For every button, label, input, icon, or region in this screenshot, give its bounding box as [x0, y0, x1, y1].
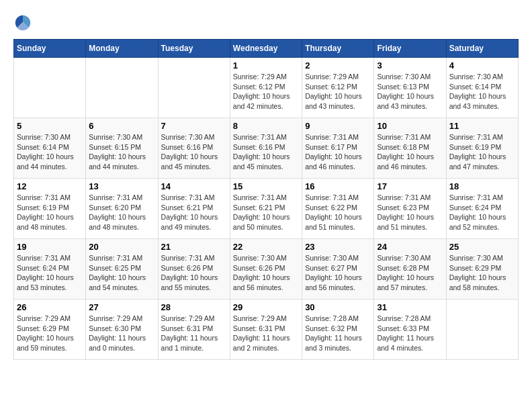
calendar-cell: 24Sunrise: 7:30 AM Sunset: 6:28 PM Dayli… [374, 239, 446, 300]
day-number: 13 [89, 181, 154, 191]
day-info: Sunrise: 7:31 AM Sunset: 6:24 PM Dayligh… [17, 253, 83, 293]
calendar-cell: 1Sunrise: 7:29 AM Sunset: 6:12 PM Daylig… [230, 58, 302, 118]
day-info: Sunrise: 7:31 AM Sunset: 6:16 PM Dayligh… [233, 132, 299, 172]
day-info: Sunrise: 7:31 AM Sunset: 6:17 PM Dayligh… [305, 132, 371, 172]
day-info: Sunrise: 7:31 AM Sunset: 6:21 PM Dayligh… [233, 193, 299, 232]
calendar-cell [14, 58, 86, 118]
calendar-cell: 9Sunrise: 7:31 AM Sunset: 6:17 PM Daylig… [302, 118, 374, 179]
calendar-cell: 19Sunrise: 7:31 AM Sunset: 6:24 PM Dayli… [14, 239, 86, 300]
day-info: Sunrise: 7:28 AM Sunset: 6:33 PM Dayligh… [377, 314, 443, 353]
day-number: 23 [305, 242, 371, 252]
day-number: 12 [17, 181, 83, 191]
calendar-cell: 2Sunrise: 7:29 AM Sunset: 6:12 PM Daylig… [302, 58, 374, 118]
day-info: Sunrise: 7:29 AM Sunset: 6:12 PM Dayligh… [305, 72, 371, 111]
week-row-5: 26Sunrise: 7:29 AM Sunset: 6:29 PM Dayli… [14, 300, 519, 360]
calendar-cell: 18Sunrise: 7:31 AM Sunset: 6:24 PM Dayli… [446, 179, 518, 239]
day-number: 8 [233, 121, 299, 131]
calendar-cell: 14Sunrise: 7:31 AM Sunset: 6:21 PM Dayli… [158, 179, 230, 239]
calendar-cell [86, 58, 158, 118]
calendar-cell: 15Sunrise: 7:31 AM Sunset: 6:21 PM Dayli… [230, 179, 302, 239]
calendar-header: SundayMondayTuesdayWednesdayThursdayFrid… [14, 40, 519, 58]
weekday-header-row: SundayMondayTuesdayWednesdayThursdayFrid… [14, 40, 519, 58]
day-info: Sunrise: 7:31 AM Sunset: 6:24 PM Dayligh… [449, 193, 515, 232]
week-row-1: 1Sunrise: 7:29 AM Sunset: 6:12 PM Daylig… [14, 58, 519, 118]
calendar-cell: 12Sunrise: 7:31 AM Sunset: 6:19 PM Dayli… [14, 179, 86, 239]
day-info: Sunrise: 7:30 AM Sunset: 6:29 PM Dayligh… [449, 253, 515, 293]
calendar-cell: 13Sunrise: 7:31 AM Sunset: 6:20 PM Dayli… [86, 179, 158, 239]
weekday-header-wednesday: Wednesday [230, 40, 302, 58]
day-info: Sunrise: 7:31 AM Sunset: 6:22 PM Dayligh… [305, 193, 371, 232]
calendar-cell: 3Sunrise: 7:30 AM Sunset: 6:13 PM Daylig… [374, 58, 446, 118]
day-info: Sunrise: 7:30 AM Sunset: 6:27 PM Dayligh… [305, 253, 371, 293]
logo [13, 13, 35, 32]
day-number: 14 [161, 181, 227, 191]
calendar-body: 1Sunrise: 7:29 AM Sunset: 6:12 PM Daylig… [14, 58, 519, 360]
day-number: 11 [449, 121, 515, 131]
day-info: Sunrise: 7:31 AM Sunset: 6:18 PM Dayligh… [377, 132, 443, 172]
day-number: 18 [449, 181, 515, 191]
calendar-cell: 6Sunrise: 7:30 AM Sunset: 6:15 PM Daylig… [86, 118, 158, 179]
weekday-header-friday: Friday [374, 40, 446, 58]
calendar-cell: 22Sunrise: 7:30 AM Sunset: 6:26 PM Dayli… [230, 239, 302, 300]
calendar-cell: 28Sunrise: 7:29 AM Sunset: 6:31 PM Dayli… [158, 300, 230, 360]
day-number: 22 [233, 242, 299, 252]
day-number: 2 [305, 60, 371, 71]
weekday-header-monday: Monday [86, 40, 158, 58]
day-info: Sunrise: 7:29 AM Sunset: 6:31 PM Dayligh… [233, 314, 299, 353]
calendar-cell: 25Sunrise: 7:30 AM Sunset: 6:29 PM Dayli… [446, 239, 518, 300]
calendar-cell: 23Sunrise: 7:30 AM Sunset: 6:27 PM Dayli… [302, 239, 374, 300]
day-number: 15 [233, 181, 299, 191]
calendar-table: SundayMondayTuesdayWednesdayThursdayFrid… [13, 39, 519, 360]
calendar-cell [446, 300, 518, 360]
day-info: Sunrise: 7:31 AM Sunset: 6:19 PM Dayligh… [449, 132, 515, 172]
day-number: 17 [377, 181, 443, 191]
week-row-3: 12Sunrise: 7:31 AM Sunset: 6:19 PM Dayli… [14, 179, 519, 239]
page-header [13, 13, 519, 32]
calendar-cell: 29Sunrise: 7:29 AM Sunset: 6:31 PM Dayli… [230, 300, 302, 360]
calendar-cell: 4Sunrise: 7:30 AM Sunset: 6:14 PM Daylig… [446, 58, 518, 118]
day-number: 4 [449, 60, 515, 71]
day-number: 25 [449, 242, 515, 252]
calendar-cell: 5Sunrise: 7:30 AM Sunset: 6:14 PM Daylig… [14, 118, 86, 179]
day-info: Sunrise: 7:31 AM Sunset: 6:20 PM Dayligh… [89, 193, 154, 232]
day-number: 3 [377, 60, 443, 71]
day-info: Sunrise: 7:29 AM Sunset: 6:29 PM Dayligh… [17, 314, 83, 353]
calendar-cell: 8Sunrise: 7:31 AM Sunset: 6:16 PM Daylig… [230, 118, 302, 179]
day-number: 7 [161, 121, 227, 131]
calendar-cell [158, 58, 230, 118]
day-info: Sunrise: 7:29 AM Sunset: 6:30 PM Dayligh… [89, 314, 154, 353]
day-number: 5 [17, 121, 83, 131]
day-number: 9 [305, 121, 371, 131]
day-number: 19 [17, 242, 83, 252]
day-info: Sunrise: 7:31 AM Sunset: 6:25 PM Dayligh… [89, 253, 154, 293]
calendar-cell: 7Sunrise: 7:30 AM Sunset: 6:16 PM Daylig… [158, 118, 230, 179]
day-info: Sunrise: 7:28 AM Sunset: 6:32 PM Dayligh… [305, 314, 371, 353]
day-number: 27 [89, 302, 154, 312]
day-number: 31 [377, 302, 443, 312]
day-info: Sunrise: 7:30 AM Sunset: 6:14 PM Dayligh… [449, 72, 515, 111]
day-number: 21 [161, 242, 227, 252]
day-number: 10 [377, 121, 443, 131]
week-row-2: 5Sunrise: 7:30 AM Sunset: 6:14 PM Daylig… [14, 118, 519, 179]
day-number: 26 [17, 302, 83, 312]
day-info: Sunrise: 7:30 AM Sunset: 6:16 PM Dayligh… [161, 132, 227, 172]
calendar-cell: 30Sunrise: 7:28 AM Sunset: 6:32 PM Dayli… [302, 300, 374, 360]
calendar-cell: 21Sunrise: 7:31 AM Sunset: 6:26 PM Dayli… [158, 239, 230, 300]
calendar-cell: 11Sunrise: 7:31 AM Sunset: 6:19 PM Dayli… [446, 118, 518, 179]
day-info: Sunrise: 7:30 AM Sunset: 6:14 PM Dayligh… [17, 132, 83, 172]
weekday-header-tuesday: Tuesday [158, 40, 230, 58]
weekday-header-saturday: Saturday [446, 40, 518, 58]
week-row-4: 19Sunrise: 7:31 AM Sunset: 6:24 PM Dayli… [14, 239, 519, 300]
calendar-cell: 20Sunrise: 7:31 AM Sunset: 6:25 PM Dayli… [86, 239, 158, 300]
calendar-cell: 26Sunrise: 7:29 AM Sunset: 6:29 PM Dayli… [14, 300, 86, 360]
day-info: Sunrise: 7:30 AM Sunset: 6:28 PM Dayligh… [377, 253, 443, 293]
day-info: Sunrise: 7:31 AM Sunset: 6:21 PM Dayligh… [161, 193, 227, 232]
day-number: 20 [89, 242, 154, 252]
calendar-cell: 31Sunrise: 7:28 AM Sunset: 6:33 PM Dayli… [374, 300, 446, 360]
day-number: 24 [377, 242, 443, 252]
calendar-cell: 27Sunrise: 7:29 AM Sunset: 6:30 PM Dayli… [86, 300, 158, 360]
day-info: Sunrise: 7:29 AM Sunset: 6:12 PM Dayligh… [233, 72, 299, 111]
day-number: 16 [305, 181, 371, 191]
day-number: 1 [233, 60, 299, 71]
day-number: 28 [161, 302, 227, 312]
